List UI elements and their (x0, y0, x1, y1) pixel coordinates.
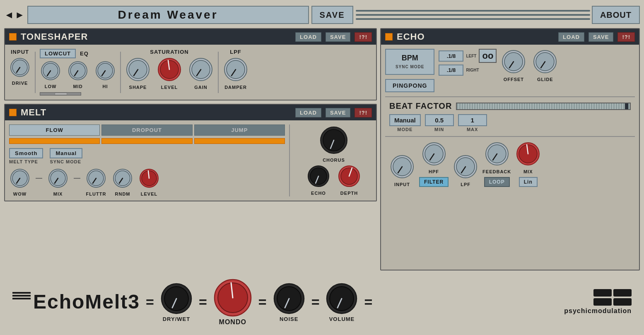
echo-header: ECHO LOAD SAVE !?! (381, 29, 639, 45)
wow-knob-item: WOW (9, 168, 31, 196)
echo-lpf-knob[interactable] (453, 154, 478, 179)
shape-knob[interactable] (125, 57, 151, 82)
lpf-label: LPF (223, 49, 248, 55)
wow-knob[interactable] (9, 168, 31, 189)
melt-tab-flow[interactable]: FLOW (9, 124, 100, 136)
nav-prev-button[interactable]: ◄ (4, 9, 14, 21)
volume-knob[interactable] (325, 282, 358, 315)
echo-indicator (385, 33, 393, 41)
feedback-knob[interactable] (484, 141, 510, 167)
nav-next-button[interactable]: ► (15, 9, 25, 21)
sync-mode-group: Manual SYNC MODE (50, 148, 82, 164)
echo-input-label: INPUT (394, 182, 410, 187)
progress-line-3 (356, 18, 590, 20)
right-label: RIGHT (466, 68, 479, 72)
echo-knob[interactable] (306, 164, 330, 188)
echo-mix-knob[interactable] (515, 141, 541, 167)
right-delay-row: .1/8 RIGHT (439, 65, 497, 76)
hi-knob[interactable] (94, 60, 116, 81)
rndm-knob[interactable] (112, 168, 133, 189)
noise-knob[interactable] (273, 282, 306, 315)
melt-save-button[interactable]: SAVE (326, 108, 350, 117)
mondo-label: MONDO (219, 318, 246, 326)
melt-indicator (9, 109, 17, 116)
echo-title: ECHO (397, 31, 554, 42)
echo-sync-section: BPM SYNC MODE PINGPONG (385, 49, 434, 92)
sync-mode-badge[interactable]: Manual (50, 148, 82, 158)
delay-times: .1/8 LEFT oo .1/8 RIGHT (439, 49, 497, 76)
left-delay-badge[interactable]: .1/8 (439, 50, 463, 62)
beat-factor: BEAT FACTOR Manual MODE (385, 96, 635, 136)
beat-max-box[interactable]: 1 (458, 114, 487, 126)
infinity-symbol[interactable]: oo (479, 49, 497, 63)
chorus-knob[interactable] (319, 125, 349, 155)
toneshaper-danger-button[interactable]: !?! (355, 32, 372, 42)
mix-knob[interactable] (47, 168, 69, 189)
melt-type-badge[interactable]: Smooth (9, 148, 43, 158)
section-divider-2 (120, 52, 121, 93)
echo-panel: ECHO LOAD SAVE !?! BPM SYNC MODE PINGPO (380, 28, 640, 270)
low-knob-item: LOW (40, 60, 61, 89)
echo-input-knob[interactable] (389, 154, 415, 179)
echo-input-knob-item: INPUT (389, 154, 415, 187)
sat-level-label: LEVEL (161, 85, 178, 90)
sat-level-knob[interactable] (157, 57, 182, 82)
eq-slider[interactable] (40, 92, 81, 96)
bpm-box[interactable]: BPM SYNC MODE (385, 49, 434, 75)
depth-label: DEPTH (340, 191, 358, 196)
melt-danger-button[interactable]: !?! (355, 108, 372, 117)
low-knob[interactable] (40, 60, 61, 81)
melt-tab-jump[interactable]: JUMP (194, 124, 285, 136)
damper-label: DAMPER (224, 85, 247, 90)
glide-knob[interactable] (532, 49, 558, 74)
beat-min-box[interactable]: 0.5 (425, 114, 454, 126)
depth-knob[interactable] (337, 164, 361, 188)
echo-save-button[interactable]: SAVE (589, 32, 613, 42)
shape-label: SHAPE (129, 85, 147, 90)
mid-label: MID (73, 84, 82, 89)
drywet-knob[interactable] (160, 282, 193, 315)
noise-knob-item: NOISE (273, 282, 306, 322)
preset-name[interactable]: Dream Weaver (27, 6, 309, 24)
echo-load-button[interactable]: LOAD (558, 32, 584, 42)
mondo-knob[interactable] (213, 278, 253, 318)
mondo-knob-item: MONDO (213, 278, 253, 326)
save-button-top[interactable]: SAVE (311, 6, 353, 24)
hpf-knob[interactable] (421, 141, 447, 167)
lowcut-badge[interactable]: LOWCUT (40, 49, 76, 58)
mid-knob[interactable] (67, 60, 89, 81)
beat-slider[interactable] (456, 103, 631, 110)
melt-type-label: MELT TYPE (9, 159, 38, 164)
filter-badge[interactable]: FILTER (419, 177, 449, 187)
echo-lpf-knob-item: LPF (453, 154, 478, 187)
toneshaper-save-button[interactable]: SAVE (326, 32, 350, 42)
beat-max-label: MAX (467, 127, 478, 132)
echo-danger-button[interactable]: !?! (617, 32, 635, 42)
logo-stripe-group (12, 292, 31, 312)
offset-knob[interactable] (501, 49, 526, 74)
loop-badge[interactable]: LOOP (484, 177, 510, 187)
drive-knob[interactable] (9, 57, 31, 78)
pm-sq-4 (613, 298, 632, 306)
mix-knob-item: MIX (47, 168, 69, 196)
pingpong-badge[interactable]: PINGPONG (385, 79, 434, 92)
logo-stripe-1 (12, 292, 31, 294)
echo-mix-knob-item: MIX Lin (515, 141, 541, 187)
pm-sq-1 (593, 289, 612, 297)
logo-stripe-2 (12, 295, 31, 297)
nav-arrows: ◄ ► (4, 9, 25, 21)
beat-mode-box[interactable]: Manual (389, 114, 421, 126)
melt-level-knob[interactable] (138, 168, 160, 189)
beat-controls-row: Manual MODE 0.5 MIN 1 MAX (389, 114, 631, 132)
damper-knob[interactable] (223, 57, 248, 82)
right-delay-badge[interactable]: .1/8 (439, 65, 463, 76)
gain-knob[interactable] (188, 57, 214, 82)
toneshaper-load-button[interactable]: LOAD (295, 32, 321, 42)
beat-max-group: 1 MAX (458, 114, 487, 132)
offset-knob-item: OFFSET (501, 49, 526, 82)
fluttr-knob[interactable] (85, 168, 107, 189)
about-button[interactable]: ABOUT (592, 6, 640, 24)
lin-badge[interactable]: Lin (519, 177, 538, 187)
melt-load-button[interactable]: LOAD (295, 108, 321, 117)
melt-tab-dropout[interactable]: DROPOUT (101, 124, 192, 136)
